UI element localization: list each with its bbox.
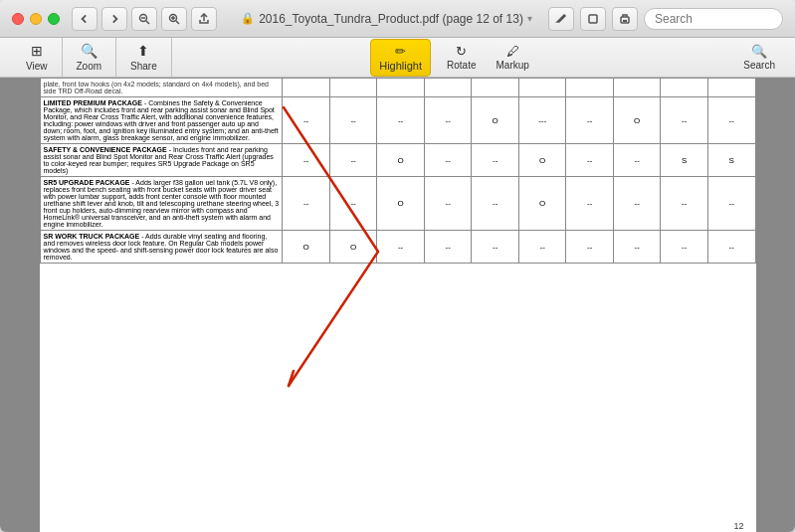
table-cell: -- — [329, 177, 377, 231]
feature-table: plate, front tow hooks (on 4x2 models; s… — [40, 78, 756, 264]
share-button[interactable] — [191, 7, 217, 31]
page-number: 12 — [733, 521, 743, 531]
svg-rect-9 — [623, 20, 627, 22]
svg-line-4 — [176, 21, 179, 24]
search-icon: 🔍 — [751, 44, 767, 59]
minimize-button[interactable] — [30, 13, 42, 25]
svg-rect-7 — [589, 15, 597, 23]
table-cell: -- — [518, 231, 566, 264]
table-cell — [707, 79, 755, 97]
table-cell: O — [613, 97, 661, 144]
table-cell: -- — [377, 231, 425, 264]
table-cell: S — [661, 144, 708, 177]
table-cell: -- — [424, 231, 472, 264]
toolbar-right — [548, 7, 783, 31]
table-cell: -- — [424, 97, 472, 144]
pdf-content: plate, front tow hooks (on 4x2 models; s… — [0, 78, 795, 532]
table-cell — [424, 79, 472, 97]
share-icon: ⬆ — [137, 43, 149, 59]
print-button[interactable] — [612, 7, 638, 31]
package-name: SAFETY & CONVENIENCE PACKAGE — [44, 146, 167, 153]
table-cell-desc: SAFETY & CONVENIENCE PACKAGE - Includes … — [40, 144, 283, 177]
table-cell: -- — [283, 177, 330, 231]
highlight-label: Highlight — [379, 60, 422, 72]
lock-icon: 🔒 — [241, 12, 255, 25]
table-cell: -- — [707, 177, 755, 231]
title-text: 2016_Toyota_Tundra_Product.pdf (page 12 … — [259, 12, 523, 26]
table-cell: -- — [424, 144, 472, 177]
table-cell: -- — [424, 177, 472, 231]
window-title: 🔒 2016_Toyota_Tundra_Product.pdf (page 1… — [225, 12, 548, 26]
zoom-in-button[interactable] — [161, 7, 187, 31]
title-bar: 🔒 2016_Toyota_Tundra_Product.pdf (page 1… — [0, 0, 795, 38]
table-cell: -- — [566, 144, 614, 177]
traffic-lights — [12, 13, 60, 25]
table-cell: -- — [566, 177, 614, 231]
fullscreen-button[interactable] — [48, 13, 60, 25]
app-window: 🔒 2016_Toyota_Tundra_Product.pdf (page 1… — [0, 0, 795, 532]
chevron-icon: ▾ — [527, 13, 532, 24]
search-label: Search — [743, 60, 775, 71]
package-name: SR5 UPGRADE PACKAGE — [44, 179, 130, 186]
table-cell: -- — [661, 177, 708, 231]
back-button[interactable] — [72, 7, 98, 31]
table-cell: O — [518, 144, 566, 177]
view-icon: ⊞ — [31, 43, 43, 59]
table-cell: --- — [518, 97, 566, 144]
table-cell: -- — [377, 97, 425, 144]
table-cell-desc: SR5 UPGRADE PACKAGE - Adds larger f38 ga… — [40, 177, 283, 231]
rotate-icon: ↻ — [456, 44, 467, 59]
table-row: SR WORK TRUCK PACKAGE - Adds durable vin… — [40, 231, 755, 264]
table-row: SAFETY & CONVENIENCE PACKAGE - Includes … — [40, 144, 755, 177]
table-cell: -- — [472, 231, 519, 264]
table-cell: -- — [613, 177, 661, 231]
table-cell: -- — [707, 97, 755, 144]
table-cell — [518, 79, 566, 97]
close-button[interactable] — [12, 13, 24, 25]
markup-label: Markup — [497, 60, 529, 71]
table-cell: S — [707, 144, 755, 177]
highlight-icon: ✏ — [395, 44, 406, 59]
table-cell — [472, 79, 519, 97]
rotate-label: Rotate — [447, 60, 476, 71]
table-row: plate, front tow hooks (on 4x2 models; s… — [40, 79, 755, 97]
share-label: Share — [130, 61, 157, 72]
search-tool[interactable]: 🔍 Search — [735, 40, 783, 75]
share-group: ⬆ Share — [116, 38, 172, 77]
table-cell: -- — [566, 97, 614, 144]
table-cell: -- — [472, 144, 519, 177]
forward-button[interactable] — [101, 7, 127, 31]
table-cell: O — [518, 177, 566, 231]
table-cell: -- — [661, 97, 708, 144]
table-cell — [661, 79, 708, 97]
table-cell: -- — [613, 231, 661, 264]
pdf-page: plate, front tow hooks (on 4x2 models; s… — [40, 78, 756, 532]
share-tool[interactable]: ⬆ Share — [124, 39, 163, 76]
highlight-tool[interactable]: ✏ Highlight — [370, 39, 431, 77]
zoom-out-button[interactable] — [131, 7, 157, 31]
table-cell: O — [329, 231, 377, 264]
table-cell-desc: LIMITED PREMIUM PACKAGE - Combines the S… — [40, 97, 283, 144]
table-cell — [377, 79, 425, 97]
table-cell: -- — [329, 144, 377, 177]
package-name: LIMITED PREMIUM PACKAGE — [44, 99, 142, 106]
table-row: LIMITED PREMIUM PACKAGE - Combines the S… — [40, 97, 755, 144]
view-tool[interactable]: ⊞ View — [20, 39, 54, 76]
rotate-tool[interactable]: ↻ Rotate — [439, 40, 484, 75]
markup-tool[interactable]: 🖊 Markup — [489, 40, 537, 75]
table-cell: -- — [472, 177, 519, 231]
table-cell: O — [283, 231, 330, 264]
table-cell: -- — [661, 231, 708, 264]
zoom-icon: 🔍 — [81, 43, 98, 59]
table-cell: -- — [707, 231, 755, 264]
search-input[interactable] — [644, 8, 783, 30]
view-label: View — [26, 61, 48, 72]
annotate-button[interactable] — [548, 7, 574, 31]
view-group: ⊞ View — [12, 38, 63, 77]
zoom-tool[interactable]: 🔍 Zoom — [71, 39, 108, 76]
table-cell — [329, 79, 377, 97]
table-cell: -- — [329, 97, 377, 144]
table-cell: -- — [566, 231, 614, 264]
crop-button[interactable] — [580, 7, 606, 31]
toolbar2: ⊞ View 🔍 Zoom ⬆ Share ✏ Highlight ↻ Rota… — [0, 38, 795, 78]
